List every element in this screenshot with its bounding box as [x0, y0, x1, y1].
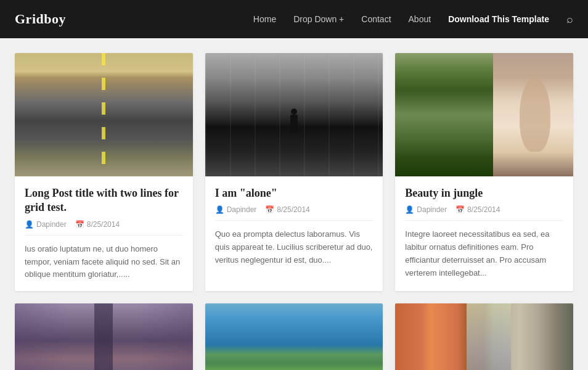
nav-contact[interactable]: Contact: [361, 14, 391, 24]
calendar-icon-1: 📅: [75, 220, 84, 229]
card-meta-3: 👤 Dapinder 📅 8/25/2014: [405, 205, 563, 221]
post-card-4[interactable]: [15, 303, 193, 370]
card-title-3: Beauty in jungle: [405, 186, 563, 200]
user-icon-1: 👤: [25, 220, 34, 229]
card-date-3: 📅 8/25/2014: [455, 205, 500, 214]
nav-dropdown[interactable]: Drop Down +: [293, 14, 344, 24]
calendar-icon-2: 📅: [265, 205, 274, 214]
card-author-1: 👤 Dapinder: [25, 220, 67, 229]
card-author-2: 👤 Dapinder: [215, 205, 257, 214]
post-grid: Long Post title with two lines for grid …: [0, 38, 588, 370]
card-excerpt-2: Quo ea prompta delectus laboramus. Vis q…: [215, 228, 374, 266]
card-body-3: Beauty in jungle 👤 Dapinder 📅 8/25/2014 …: [395, 176, 573, 290]
post-card-6[interactable]: [395, 303, 573, 370]
card-body-2: I am "alone" 👤 Dapinder 📅 8/25/2014 Quo …: [205, 176, 383, 277]
nav-download[interactable]: Download This Template: [448, 14, 549, 24]
card-body-1: Long Post title with two lines for grid …: [15, 176, 193, 291]
card-title-2: I am "alone": [215, 186, 374, 200]
card-image-3: [395, 53, 573, 176]
card-image-1: [15, 53, 193, 176]
site-header: Gridboy Home Drop Down + Contact About D…: [0, 0, 588, 38]
card-image-6: [395, 303, 573, 370]
user-icon-2: 👤: [215, 205, 224, 214]
post-card-2[interactable]: I am "alone" 👤 Dapinder 📅 8/25/2014 Quo …: [205, 53, 383, 291]
post-card-5[interactable]: [205, 303, 383, 370]
card-meta-2: 👤 Dapinder 📅 8/25/2014: [215, 205, 374, 221]
nav-home[interactable]: Home: [253, 14, 276, 24]
card-image-5: [205, 303, 383, 370]
card-image-4: [15, 303, 193, 370]
card-excerpt-1: Ius oratio luptatum ne, ut duo homero te…: [25, 243, 183, 281]
search-button[interactable]: ⌕: [566, 13, 573, 26]
card-date-2: 📅 8/25/2014: [265, 205, 309, 214]
post-card-3[interactable]: Beauty in jungle 👤 Dapinder 📅 8/25/2014 …: [395, 53, 573, 291]
card-title-1: Long Post title with two lines for grid …: [25, 186, 183, 215]
card-excerpt-3: Integre laoreet necessitatibus ea sed, e…: [405, 228, 563, 279]
card-date-1: 📅 8/25/2014: [75, 220, 120, 229]
post-card-1[interactable]: Long Post title with two lines for grid …: [15, 53, 193, 291]
user-icon-3: 👤: [405, 205, 414, 214]
card-image-2: [205, 53, 383, 176]
card-author-3: 👤 Dapinder: [405, 205, 447, 214]
card-meta-1: 👤 Dapinder 📅 8/25/2014: [25, 220, 183, 236]
site-logo[interactable]: Gridboy: [15, 11, 66, 27]
main-nav: Home Drop Down + Contact About Download …: [253, 13, 573, 26]
calendar-icon-3: 📅: [455, 205, 465, 214]
nav-about[interactable]: About: [409, 14, 431, 24]
